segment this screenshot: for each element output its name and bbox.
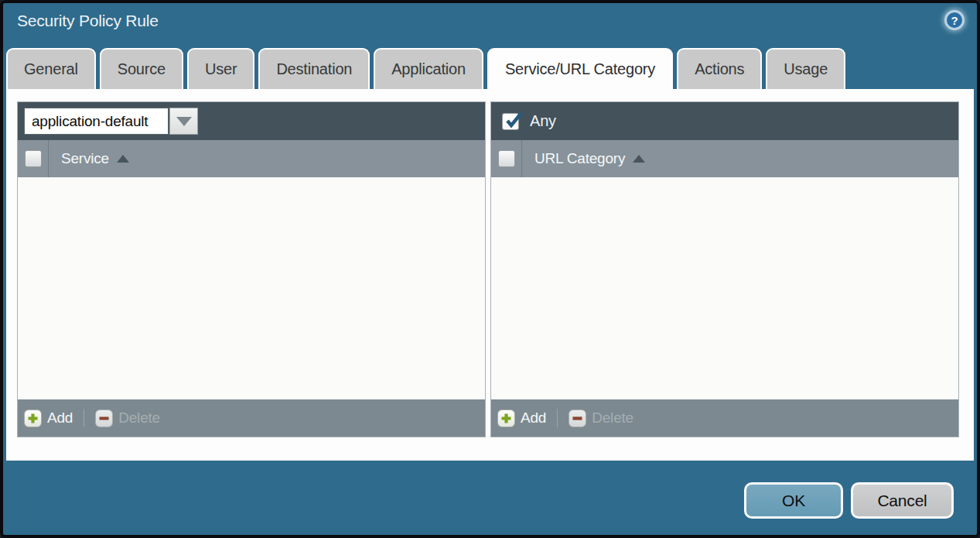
plus-icon xyxy=(497,409,515,427)
url-category-delete-button[interactable]: Delete xyxy=(569,409,633,427)
security-policy-rule-dialog: Security Policy Rule ? General Source Us… xyxy=(0,0,980,538)
tab-actions[interactable]: Actions xyxy=(677,48,762,89)
help-icon[interactable]: ? xyxy=(944,10,965,30)
service-panel-header: application-default xyxy=(18,102,485,140)
tab-content-area: application-default Service xyxy=(6,89,974,461)
sort-ascending-icon xyxy=(633,155,645,163)
service-add-button[interactable]: Add xyxy=(24,409,73,427)
tab-source[interactable]: Source xyxy=(100,48,183,89)
any-row: Any xyxy=(497,112,556,130)
minus-icon xyxy=(95,409,113,427)
cancel-button[interactable]: Cancel xyxy=(851,482,954,519)
url-category-list-area xyxy=(491,177,958,399)
url-category-column-header: URL Category xyxy=(491,140,958,177)
service-type-dropdown-button[interactable] xyxy=(169,108,198,135)
tab-general[interactable]: General xyxy=(6,48,96,89)
service-column-sort[interactable]: Service xyxy=(49,150,129,167)
service-column-header: Service xyxy=(18,140,485,177)
url-category-panel-footer: Add Delete xyxy=(491,399,958,437)
sort-ascending-icon xyxy=(117,155,129,163)
service-column-label: Service xyxy=(61,150,109,167)
chevron-down-icon xyxy=(176,117,192,126)
service-list-area xyxy=(18,177,485,399)
service-type-dropdown: application-default xyxy=(24,108,198,135)
tab-application[interactable]: Application xyxy=(374,48,483,89)
tab-user[interactable]: User xyxy=(187,48,254,89)
delete-label: Delete xyxy=(592,409,633,427)
minus-icon xyxy=(569,409,586,427)
any-checkbox[interactable] xyxy=(502,113,519,130)
url-category-panel: Any URL Category xyxy=(490,101,959,437)
service-panel-footer: Add Delete xyxy=(18,399,485,437)
ok-button[interactable]: OK xyxy=(744,482,843,519)
tab-bar: General Source User Destination Applicat… xyxy=(6,48,845,89)
footer-divider xyxy=(557,409,558,427)
url-category-column-label: URL Category xyxy=(534,150,625,167)
url-category-panel-header: Any xyxy=(491,102,958,140)
service-select-all-cell xyxy=(18,140,49,177)
url-category-select-all-checkbox[interactable] xyxy=(498,150,515,167)
footer-divider xyxy=(84,409,84,427)
url-category-add-button[interactable]: Add xyxy=(497,409,546,427)
service-panel: application-default Service xyxy=(17,101,486,437)
delete-label: Delete xyxy=(118,409,160,427)
service-delete-button[interactable]: Delete xyxy=(95,409,160,427)
add-label: Add xyxy=(47,409,73,427)
url-category-column-sort[interactable]: URL Category xyxy=(522,150,645,167)
dialog-title: Security Policy Rule xyxy=(17,12,159,30)
tab-destination[interactable]: Destination xyxy=(258,48,370,89)
service-type-dropdown-value[interactable]: application-default xyxy=(24,108,169,135)
tab-service-url-category[interactable]: Service/URL Category xyxy=(487,48,673,89)
plus-icon xyxy=(24,409,42,427)
tab-usage[interactable]: Usage xyxy=(766,48,845,89)
service-select-all-checkbox[interactable] xyxy=(25,150,42,167)
add-label: Add xyxy=(521,409,546,427)
any-label: Any xyxy=(530,112,556,130)
url-category-select-all-cell xyxy=(491,140,522,177)
